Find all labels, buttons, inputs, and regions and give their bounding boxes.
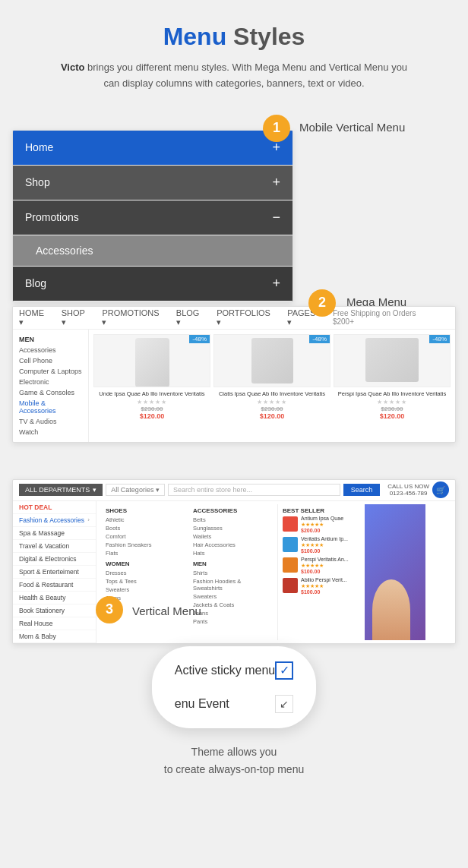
acc-item-5[interactable]: Hats — [193, 549, 271, 557]
bs-stars-4: ★★★★★ — [301, 583, 347, 589]
men-item-3[interactable]: Sweaters — [193, 592, 271, 601]
nav-promotions[interactable]: PROMOTIONS — [102, 308, 165, 327]
vm-header: ALL DEPARTMENTS ▾ All Categories ▾ Searc… — [13, 480, 455, 501]
sidebar-item-mobile[interactable]: Mobile & Accessories — [13, 398, 88, 416]
dept-label: ALL DEPARTMENTS — [25, 486, 90, 494]
product-name-3: Perspi Ipsa Quae Ab Illo Inventore Verit… — [334, 390, 451, 398]
men-item-4[interactable]: Jackets & Coats — [193, 601, 271, 609]
women-item-3[interactable]: Sweaters — [106, 586, 184, 594]
bs-info-3: Perspi Veritatis An... ★★★★★ $100.00 — [301, 557, 349, 574]
bs-name-1: Antium Ipsa Quae — [301, 516, 343, 521]
sidebar-item-accessories[interactable]: Accessories — [13, 345, 88, 355]
menu-item-label: Accessories — [36, 245, 93, 257]
men-item-1[interactable]: Shirts — [193, 569, 271, 577]
plus-icon: + — [272, 140, 280, 156]
bs-name-2: Veritatis Antium Ip... — [301, 536, 348, 541]
best-seller-title: BEST SELLER — [283, 507, 357, 514]
bs-img-2 — [283, 537, 298, 552]
product-name-2: Ciatis Ipsa Quae Ab Illo Inventore Verit… — [213, 390, 330, 398]
sidebar-health[interactable]: Health & Beauty — [13, 592, 96, 604]
vm-col-accessories: ACCESSORIES Belts Sunglasses Wallets Hai… — [190, 504, 274, 640]
menu-event-row: enu Event ↙ — [175, 695, 293, 713]
acc-item-3[interactable]: Wallets — [193, 532, 271, 541]
men-item-5[interactable]: Jeans — [193, 609, 271, 617]
acc-item-4[interactable]: Hair Accessories — [193, 541, 271, 549]
sidebar-fashion[interactable]: Fashion & Accessories › — [13, 514, 96, 527]
sidebar-real[interactable]: Real House — [13, 617, 96, 630]
women-item-2[interactable]: Tops & Tees — [106, 577, 184, 586]
bs-name-3: Perspi Veritatis An... — [301, 557, 349, 562]
vm-body: HOT DEAL Fashion & Accessories › Spa & M… — [13, 501, 455, 643]
bs-price-2: $100.00 — [301, 548, 348, 554]
menu-item-label: Home — [25, 141, 53, 153]
search-input[interactable]: Search entire store here... — [168, 484, 340, 496]
product-stars-3: ★★★★★ — [334, 399, 451, 406]
sidebar-spa[interactable]: Spa & Massage — [13, 527, 96, 540]
menu-item-label: Shop — [25, 176, 50, 188]
mobile-vertical-menu-section: 1 Mobile Vertical Menu Home + Shop + Pro… — [12, 115, 456, 274]
product-price-new-2: $120.00 — [213, 412, 330, 420]
nav-shop[interactable]: SHOP — [62, 308, 92, 327]
menu-event-icon[interactable]: ↙ — [275, 695, 293, 713]
header-section: Menu Styles Victo brings you different m… — [0, 0, 468, 107]
mega-nav-bar: HOME SHOP PROMOTIONS BLOG PORTFOLIOS PAG… — [13, 307, 455, 330]
menu-item-promotions[interactable]: Promotions − — [13, 200, 292, 235]
category-select[interactable]: All Categories ▾ — [106, 484, 165, 496]
menu-item-accessories[interactable]: Accessories — [13, 235, 292, 267]
product-image-3: -48% — [334, 334, 451, 387]
phone-info: CALL US NOW 0123-456-789 — [387, 483, 429, 497]
sidebar-food[interactable]: Food & Restaurant — [13, 579, 96, 592]
product-badge-3: -48% — [429, 335, 450, 343]
sidebar-item-computers[interactable]: Computer & Laptops — [13, 366, 88, 377]
menu-event-label: enu Event — [175, 697, 229, 711]
shoes-item-5[interactable]: Flats — [106, 549, 184, 557]
sidebar-item-watch[interactable]: Watch — [13, 427, 88, 437]
mega-menu-content: MEN Accessories Cell Phone Computer & La… — [13, 330, 455, 442]
shoes-item-1[interactable]: Athletic — [106, 516, 184, 524]
nav-portfolios[interactable]: PORTFOLIOS — [217, 308, 277, 327]
badge-2: 2 — [308, 289, 336, 317]
sticky-checkbox[interactable]: ✓ — [275, 661, 293, 680]
sidebar-item-game[interactable]: Game & Consoles — [13, 387, 88, 398]
brand-name: Victo — [61, 62, 85, 73]
cart-icon[interactable]: 🛒 — [432, 481, 449, 498]
shoes-item-4[interactable]: Fashion Sneakers — [106, 541, 184, 549]
call-label: CALL US NOW — [387, 483, 429, 491]
men-item-6[interactable]: Pants — [193, 617, 271, 626]
sidebar-sport[interactable]: Sport & Enterteiment — [13, 566, 96, 579]
banner-figure — [372, 579, 410, 640]
sticky-menu-section: Active sticky menu ✓ enu Event ↙ — [12, 646, 456, 728]
search-button[interactable]: Search — [343, 484, 381, 496]
mobile-menu-card: Home + Shop + Promotions − Accessories B… — [12, 130, 293, 302]
nav-blog[interactable]: BLOG — [176, 308, 206, 327]
dept-button[interactable]: ALL DEPARTMENTS ▾ — [19, 484, 103, 496]
women-item-1[interactable]: Dresses — [106, 569, 184, 577]
menu-item-shop[interactable]: Shop + — [13, 166, 292, 200]
nav-home[interactable]: HOME — [19, 308, 51, 327]
sticky-active-row: Active sticky menu ✓ — [175, 661, 293, 680]
shoes-item-3[interactable]: Comfort — [106, 532, 184, 541]
sidebar-travel[interactable]: Travel & Vacation — [13, 540, 96, 553]
title-normal: Styles — [226, 23, 305, 50]
acc-item-2[interactable]: Sunglasses — [193, 524, 271, 532]
men-item-2[interactable]: Fashion Hoodies & Sweatshirts — [193, 577, 271, 592]
vm-main-content: SHOES Athletic Boots Comfort Fashion Sne… — [96, 501, 455, 643]
badge-1: 1 — [263, 115, 290, 142]
sidebar-item-electronic[interactable]: Electronic — [13, 377, 88, 387]
sidebar-book[interactable]: Book Stationery — [13, 604, 96, 617]
acc-item-1[interactable]: Belts — [193, 516, 271, 524]
bs-stars-2: ★★★★★ — [301, 542, 348, 548]
bs-img-1 — [283, 516, 298, 532]
sidebar-digital[interactable]: Digital & Electronics — [13, 553, 96, 566]
sidebar-item-cellphone[interactable]: Cell Phone — [13, 355, 88, 366]
bs-price-3: $100.00 — [301, 569, 349, 574]
product-price-old-1: $230.00 — [93, 406, 210, 412]
sidebar-hot-deal[interactable]: HOT DEAL — [13, 501, 96, 514]
men-title: MEN — [193, 560, 271, 567]
shoes-item-2[interactable]: Boots — [106, 524, 184, 532]
sidebar-item-tv[interactable]: TV & Audios — [13, 416, 88, 427]
active-sticky-label: Active sticky menu — [175, 664, 275, 677]
menu-item-home[interactable]: Home + — [13, 131, 292, 166]
sidebar-mom[interactable]: Mom & Baby — [13, 630, 96, 643]
shoes-title: SHOES — [106, 507, 184, 514]
